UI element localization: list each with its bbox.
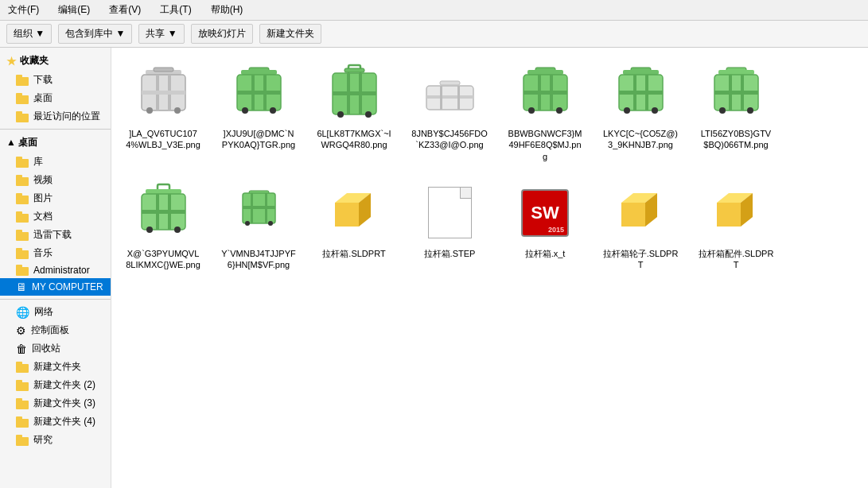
svg-rect-21 bbox=[333, 91, 376, 95]
file-thumbnail bbox=[322, 61, 386, 125]
file-item[interactable]: 6L[LK8T7KMGX`~IWRGQ4R80.png bbox=[310, 56, 398, 168]
sidebar-item-recycle-bin[interactable]: 🗑 回收站 bbox=[0, 339, 111, 358]
file-name: ]XJU9U[@DMC`NPYK0AQ}TGR.png bbox=[220, 128, 297, 151]
sidebar-item-label: 网络 bbox=[34, 305, 53, 319]
file-item[interactable]: 8JNBY$CJ456FDO`KZ33@I@O.png bbox=[406, 56, 493, 168]
file-name: LKYC[C~{CO5Z@)3_9KHNJB7.png bbox=[602, 128, 679, 151]
file-name: 拉杆箱.x_t bbox=[525, 248, 566, 259]
sidebar-item-pictures[interactable]: 图片 bbox=[0, 189, 111, 207]
menu-file[interactable]: 文件(F) bbox=[3, 2, 44, 18]
sidebar-item-thunder[interactable]: 迅雷下载 bbox=[0, 226, 111, 244]
svg-point-7 bbox=[174, 107, 181, 114]
svg-point-22 bbox=[337, 111, 344, 118]
file-thumbnail bbox=[609, 61, 672, 125]
folder-icon bbox=[16, 211, 29, 223]
file-content-area: ]LA_QV6TUC1074%WLBJ_V3E.png bbox=[111, 48, 868, 488]
new-folder-button[interactable]: 新建文件夹 bbox=[259, 24, 321, 44]
menu-help[interactable]: 帮助(H) bbox=[206, 2, 248, 18]
sidebar-item-label: 迅雷下载 bbox=[33, 228, 72, 242]
svg-marker-72 bbox=[621, 203, 645, 227]
sidebar-item-new-folder-2[interactable]: 新建文件夹 (2) bbox=[0, 376, 111, 394]
file-grid: ]LA_QV6TUC1074%WLBJ_V3E.png bbox=[119, 56, 860, 276]
sidebar-item-administrator[interactable]: Administrator bbox=[0, 262, 111, 278]
svg-point-23 bbox=[365, 111, 372, 118]
file-item[interactable]: Y`VMNBJ4TJJPYF6}HN[M$VF.png bbox=[215, 176, 302, 277]
sidebar-item-label: MY COMPUTER bbox=[32, 281, 103, 292]
svg-point-51 bbox=[719, 107, 726, 114]
desktop-label: ▲ 桌面 bbox=[6, 136, 37, 149]
svg-point-43 bbox=[624, 107, 630, 114]
sldprt-icon-svg bbox=[327, 187, 381, 238]
sidebar-item-label: 新建文件夹 (3) bbox=[33, 397, 95, 410]
file-item[interactable]: BBWBGNWCF3}M49HF6E8Q$MJ.png bbox=[501, 56, 589, 168]
sidebar-item-new-folder-3[interactable]: 新建文件夹 (3) bbox=[0, 394, 111, 412]
share-button[interactable]: 共享 ▼ bbox=[138, 24, 184, 44]
svg-rect-17 bbox=[344, 68, 364, 72]
svg-rect-27 bbox=[440, 86, 442, 110]
network-icon: 🌐 bbox=[16, 306, 29, 319]
file-thumbnail bbox=[704, 61, 768, 125]
control-panel-icon: ⚙ bbox=[16, 324, 26, 337]
file-item[interactable]: LKYC[C~{CO5Z@)3_9KHNJB7.png bbox=[597, 56, 684, 168]
file-thumbnail bbox=[609, 181, 672, 245]
file-item[interactable]: SW 2015 拉杆箱.x_t bbox=[501, 176, 589, 277]
file-name: 拉杆箱配件.SLDPRT bbox=[698, 248, 774, 271]
svg-rect-34 bbox=[524, 91, 567, 95]
sidebar-item-recent[interactable]: 最近访问的位置 bbox=[0, 107, 111, 126]
sidebar-item-video[interactable]: 视频 bbox=[0, 171, 111, 189]
file-name: ]LA_QV6TUC1074%WLBJ_V3E.png bbox=[125, 128, 201, 151]
file-item[interactable]: ]LA_QV6TUC1074%WLBJ_V3E.png bbox=[119, 56, 207, 168]
folder-icon bbox=[16, 398, 29, 409]
file-item[interactable]: 拉杆箱.STEP bbox=[406, 176, 493, 277]
svg-rect-50 bbox=[714, 91, 758, 95]
svg-point-6 bbox=[146, 107, 153, 114]
file-name: 拉杆箱.STEP bbox=[424, 248, 476, 259]
menu-edit[interactable]: 编辑(E) bbox=[53, 2, 95, 18]
slideshow-button[interactable]: 放映幻灯片 bbox=[191, 24, 253, 44]
file-item[interactable]: 拉杆箱配件.SLDPRT bbox=[692, 176, 780, 277]
svg-rect-24 bbox=[440, 81, 460, 85]
menu-bar: 文件(F) 编辑(E) 查看(V) 工具(T) 帮助(H) bbox=[0, 0, 868, 21]
file-item[interactable]: X@`G3PYUMQVL8LIKMXC{}WE.png bbox=[119, 176, 207, 277]
include-library-button[interactable]: 包含到库中 ▼ bbox=[58, 24, 132, 44]
sidebar-divider bbox=[0, 129, 111, 130]
file-thumbnail bbox=[704, 181, 768, 245]
file-item[interactable]: ]XJU9U[@DMC`NPYK0AQ}TGR.png bbox=[215, 56, 302, 168]
sidebar-item-new-folder-4[interactable]: 新建文件夹 (4) bbox=[0, 412, 111, 431]
suitcase-small-svg bbox=[233, 187, 285, 238]
sidebar-item-network[interactable]: 🌐 网络 bbox=[0, 303, 111, 321]
file-item[interactable]: LTI56ZY0BS}GTV$BQ)066TM.png bbox=[692, 56, 780, 168]
sidebar-section-desktop[interactable]: ▲ 桌面 bbox=[0, 133, 111, 153]
sidebar-item-music[interactable]: 音乐 bbox=[0, 244, 111, 262]
sidebar-item-label: 最近访问的位置 bbox=[33, 110, 100, 123]
menu-tools[interactable]: 工具(T) bbox=[155, 2, 196, 18]
sidebar-item-new-folder-1[interactable]: 新建文件夹 bbox=[0, 358, 111, 376]
sidebar-item-my-computer[interactable]: 🖥 MY COMPUTER bbox=[0, 278, 111, 296]
suitcase-green-svg bbox=[229, 64, 289, 123]
sidebar-item-control-panel[interactable]: ⚙ 控制面板 bbox=[0, 321, 111, 339]
step-file-icon bbox=[428, 187, 472, 238]
folder-icon bbox=[16, 75, 29, 86]
file-item[interactable]: 拉杆箱轮子.SLDPRT bbox=[597, 176, 684, 277]
svg-rect-30 bbox=[527, 70, 563, 75]
svg-rect-13 bbox=[237, 91, 281, 95]
sidebar-item-research[interactable]: 研究 bbox=[0, 431, 111, 449]
sidebar-item-desktop[interactable]: 桌面 bbox=[0, 89, 111, 107]
sidebar-section-favorites[interactable]: ★ 收藏夹 bbox=[0, 51, 111, 71]
file-item[interactable]: 拉杆箱.SLDPRT bbox=[310, 176, 398, 277]
suitcase-green2-svg bbox=[516, 64, 575, 123]
svg-point-66 bbox=[245, 221, 250, 226]
sidebar-item-library[interactable]: 库 bbox=[0, 153, 111, 171]
recycle-bin-icon: 🗑 bbox=[16, 343, 27, 355]
menu-view[interactable]: 查看(V) bbox=[104, 2, 146, 18]
suitcase-green4-svg bbox=[134, 183, 193, 242]
sidebar-item-label: 下载 bbox=[33, 73, 53, 87]
sw-file-icon: SW 2015 bbox=[521, 189, 569, 237]
file-name: 8JNBY$CJ456FDO`KZ33@I@O.png bbox=[411, 128, 488, 151]
sidebar-item-download[interactable]: 下载 bbox=[0, 71, 111, 89]
suitcase-grey-svg bbox=[134, 64, 193, 123]
sidebar-item-label: 桌面 bbox=[33, 91, 53, 105]
sidebar-item-documents[interactable]: 文档 bbox=[0, 207, 111, 226]
svg-rect-58 bbox=[142, 210, 185, 214]
organize-button[interactable]: 组织 ▼ bbox=[6, 24, 52, 44]
